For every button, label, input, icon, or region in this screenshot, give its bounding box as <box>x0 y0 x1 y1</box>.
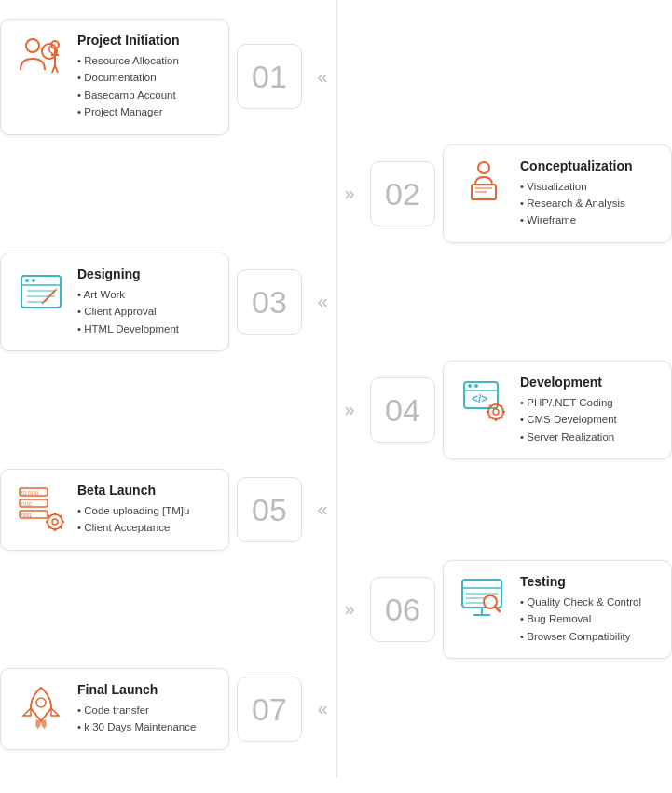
step-number-box-07: 07 <box>237 677 302 742</box>
step-number-box-04: 04 <box>370 377 435 443</box>
bullet-item: PHP/.NET Coding <box>520 394 656 411</box>
step-number-box-01: 01 <box>237 44 302 109</box>
rocket-icon <box>16 682 66 732</box>
chevron-left-05: « <box>309 499 336 520</box>
svg-line-36 <box>501 417 502 418</box>
svg-line-53 <box>60 515 62 517</box>
step-row-04: » 04 </> <box>0 361 672 459</box>
bullet-item: Documentation <box>77 69 213 86</box>
svg-line-35 <box>489 405 491 407</box>
card-content-07: Final Launch Code transfer k 30 Days Mai… <box>77 682 213 736</box>
svg-point-64 <box>36 698 46 707</box>
card-bullets-06: Quality Check & Control Bug Removal Brow… <box>520 594 656 645</box>
svg-text:</>: </> <box>472 392 487 405</box>
svg-point-26 <box>468 384 472 388</box>
step-number-05: 05 <box>252 494 287 526</box>
card-01: Project Initiation Resource Allocation D… <box>0 19 229 135</box>
step-row-05: 01 0110 0110 0001 <box>0 469 672 551</box>
card-07: Final Launch Code transfer k 30 Days Mai… <box>0 668 229 750</box>
card-title-06: Testing <box>520 574 656 589</box>
code-icon: </> <box>459 375 509 425</box>
step-number-box-02: 02 <box>370 161 435 226</box>
people-icon <box>16 33 66 83</box>
bullet-item: Bug Removal <box>520 610 656 627</box>
card-title-04: Development <box>520 375 656 390</box>
bullet-item: Client Approval <box>77 303 213 320</box>
search-screen-icon <box>459 574 509 624</box>
card-bullets-01: Resource Allocation Documentation Baseca… <box>77 52 213 121</box>
card-title-01: Project Initiation <box>77 33 213 48</box>
bullet-item: Server Realization <box>520 429 656 445</box>
chevron-right-04: » <box>336 399 363 420</box>
card-02: Conceptualization Visualization Research… <box>443 144 672 243</box>
step-number-box-03: 03 <box>237 269 302 335</box>
card-bullets-02: Visualization Research & Analysis Wirefr… <box>520 178 656 229</box>
server-icon: 01 0110 0110 0001 <box>16 483 66 533</box>
svg-text:0001: 0001 <box>21 513 32 518</box>
step-number-07: 07 <box>252 693 287 725</box>
bullet-item: CMS Development <box>520 411 656 428</box>
bullet-item: Code transfer <box>77 702 213 718</box>
card-content-05: Beta Launch Code uploading [TM]u Client … <box>77 483 213 537</box>
card-05: 01 0110 0110 0001 <box>0 469 229 551</box>
bullet-item: Quality Check & Control <box>520 594 656 610</box>
svg-point-46 <box>52 519 58 525</box>
card-content-01: Project Initiation Resource Allocation D… <box>77 33 213 121</box>
svg-point-16 <box>25 279 29 282</box>
card-content-06: Testing Quality Check & Control Bug Remo… <box>520 574 656 645</box>
svg-text:0110: 0110 <box>21 501 32 507</box>
svg-line-8 <box>55 65 58 73</box>
step-number-box-06: 06 <box>370 577 435 642</box>
step-number-06: 06 <box>385 594 420 625</box>
card-bullets-03: Art Work Client Approval HTML Developmen… <box>77 286 213 337</box>
bullet-item: Project Manager <box>77 103 213 120</box>
step-row-03: Designing Art Work Client Approval HTML … <box>0 253 672 351</box>
bullet-item: Research & Analysis <box>520 195 656 212</box>
card-title-02: Conceptualization <box>520 158 656 173</box>
svg-point-17 <box>32 279 35 282</box>
step-number-box-05: 05 <box>237 477 302 542</box>
step-number-03: 03 <box>252 286 287 318</box>
step-row-01: Project Initiation Resource Allocation D… <box>0 19 672 135</box>
svg-point-9 <box>478 162 489 173</box>
card-title-03: Designing <box>77 267 213 281</box>
card-title-05: Beta Launch <box>77 483 213 498</box>
bullet-item: Client Acceptance <box>77 519 213 536</box>
bullet-item: Basecamp Account <box>77 87 213 103</box>
chevron-right-02: » <box>336 183 363 204</box>
svg-line-54 <box>48 526 50 528</box>
chevron-left-03: « <box>309 291 336 312</box>
svg-line-52 <box>60 526 62 528</box>
card-content-02: Conceptualization Visualization Research… <box>520 158 656 229</box>
svg-text:01 0110: 01 0110 <box>21 490 38 496</box>
svg-point-30 <box>493 409 499 415</box>
chevron-left-07: « <box>309 698 336 719</box>
design-icon <box>16 267 66 317</box>
chevron-right-06: » <box>336 598 363 620</box>
timeline-container: Project Initiation Resource Allocation D… <box>0 0 672 778</box>
step-row-07: Final Launch Code transfer k 30 Days Mai… <box>0 668 672 750</box>
bullet-item: Code uploading [TM]u <box>77 502 213 519</box>
svg-line-23 <box>55 289 57 291</box>
card-bullets-07: Code transfer k 30 Days Maintenance <box>77 702 213 736</box>
svg-point-0 <box>26 39 39 52</box>
svg-line-3 <box>49 51 53 54</box>
card-title-07: Final Launch <box>77 682 213 697</box>
svg-line-51 <box>48 515 50 517</box>
step-row-06: » 06 <box>0 560 672 659</box>
card-bullets-05: Code uploading [TM]u Client Acceptance <box>77 502 213 537</box>
card-bullets-04: PHP/.NET Coding CMS Development Server R… <box>520 394 656 445</box>
bullet-item: k 30 Days Maintenance <box>77 718 213 735</box>
card-04: </> Development <box>443 361 672 459</box>
card-content-03: Designing Art Work Client Approval HTML … <box>77 267 213 337</box>
bullet-item: Visualization <box>520 178 656 195</box>
bullet-item: Wireframe <box>520 212 656 228</box>
card-06: Testing Quality Check & Control Bug Remo… <box>443 560 672 659</box>
chevron-left-01: « <box>309 66 336 88</box>
step-row-02: » 02 <box>0 144 672 243</box>
card-03: Designing Art Work Client Approval HTML … <box>0 253 229 351</box>
bullet-item: Browser Compatibility <box>520 628 656 645</box>
bullet-item: Resource Allocation <box>77 52 213 69</box>
step-number-04: 04 <box>385 394 420 426</box>
svg-line-37 <box>501 405 502 407</box>
